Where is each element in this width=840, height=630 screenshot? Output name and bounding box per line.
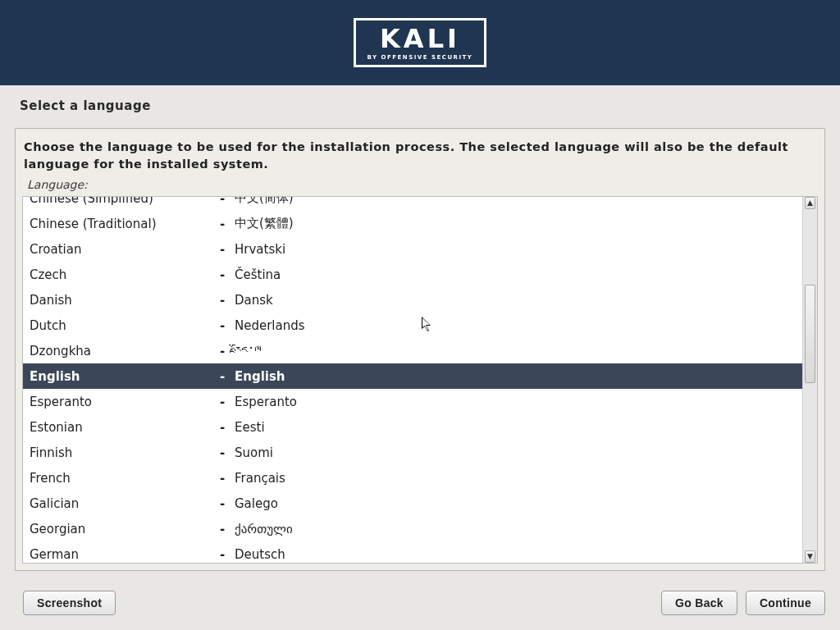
language-option[interactable]: Dutch-Nederlands — [23, 313, 802, 338]
language-native: Français — [235, 471, 796, 486]
brand-banner: KALI BY OFFENSIVE SECURITY — [0, 0, 840, 85]
separator-dash: - — [210, 293, 235, 308]
language-option[interactable]: Chinese (Traditional)-中文(繁體) — [23, 211, 802, 236]
language-name: Dzongkha — [30, 344, 210, 358]
separator-dash: - — [210, 547, 235, 562]
scroll-down-button[interactable]: ▼ — [805, 550, 815, 563]
continue-button[interactable]: Continue — [746, 591, 825, 615]
language-option[interactable]: Finnish-Suomi — [23, 440, 802, 465]
scrollbar[interactable]: ▲ ▼ — [802, 197, 817, 563]
page-title: Select a language — [0, 85, 840, 128]
language-option[interactable]: Esperanto-Esperanto — [23, 389, 802, 414]
language-native: 中文(简体) — [235, 197, 796, 206]
language-name: Czech — [30, 267, 210, 282]
separator-dash: - — [210, 522, 235, 536]
footer-bar: Screenshot Go Back Continue — [15, 591, 825, 615]
separator-dash: - — [210, 344, 235, 358]
language-name: English — [30, 369, 210, 384]
language-native: Galego — [235, 496, 796, 511]
scrollbar-track[interactable] — [805, 211, 815, 549]
language-name: Georgian — [30, 522, 210, 536]
language-native: Hrvatski — [235, 242, 796, 257]
language-option[interactable]: Croatian-Hrvatski — [23, 236, 802, 262]
brand-name: KALI — [368, 25, 473, 52]
separator-dash: - — [210, 197, 235, 206]
language-name: Chinese (Traditional) — [30, 217, 210, 231]
separator-dash: - — [210, 445, 235, 460]
scroll-up-button[interactable]: ▲ — [805, 197, 815, 209]
language-native: Eesti — [235, 420, 796, 435]
language-name: Croatian — [30, 242, 210, 257]
language-name: Estonian — [30, 420, 210, 435]
brand-logo: KALI BY OFFENSIVE SECURITY — [354, 18, 487, 66]
separator-dash: - — [210, 369, 235, 384]
main-panel: Choose the language to be used for the i… — [15, 128, 825, 571]
language-name: Esperanto — [30, 395, 210, 409]
language-option[interactable]: Georgian-ქართული — [23, 516, 802, 541]
language-option[interactable]: Danish-Dansk — [23, 287, 802, 313]
field-label-language: Language: — [16, 178, 824, 196]
language-option[interactable]: Dzongkha-རྫོང་ཁ — [23, 338, 802, 363]
language-name: Finnish — [30, 445, 210, 460]
language-name: Galician — [30, 496, 210, 511]
language-option[interactable]: Galician-Galego — [23, 491, 802, 516]
language-native: Suomi — [235, 445, 796, 460]
language-native: ქართული — [235, 522, 796, 536]
go-back-button[interactable]: Go Back — [661, 591, 737, 615]
separator-dash: - — [210, 318, 235, 333]
language-option[interactable]: German-Deutsch — [23, 541, 802, 563]
scrollbar-thumb[interactable] — [805, 285, 815, 383]
separator-dash: - — [210, 267, 235, 282]
language-name: Dutch — [30, 318, 210, 333]
language-native: 中文(繁體) — [235, 216, 796, 231]
language-listbox[interactable]: Chinese (Simplified)-中文(简体)Chinese (Trad… — [22, 196, 818, 564]
language-option[interactable]: Czech-Čeština — [23, 262, 802, 287]
language-name: Danish — [30, 293, 210, 308]
separator-dash: - — [210, 471, 235, 486]
language-native: རྫོང་ཁ — [235, 344, 796, 358]
language-native: Deutsch — [235, 547, 796, 562]
separator-dash: - — [210, 496, 235, 511]
language-native: Esperanto — [235, 395, 796, 409]
language-option[interactable]: French-Français — [23, 465, 802, 491]
language-option[interactable]: Chinese (Simplified)-中文(简体) — [23, 197, 802, 211]
screenshot-button[interactable]: Screenshot — [23, 591, 116, 615]
instructions-text: Choose the language to be used for the i… — [16, 129, 824, 178]
language-name: German — [30, 547, 210, 562]
language-native: Dansk — [235, 293, 796, 308]
separator-dash: - — [210, 242, 235, 257]
separator-dash: - — [210, 395, 235, 409]
language-name: Chinese (Simplified) — [30, 197, 210, 206]
language-name: French — [30, 471, 210, 486]
language-native: English — [235, 369, 796, 384]
language-option[interactable]: Estonian-Eesti — [23, 414, 802, 440]
language-native: Nederlands — [235, 318, 796, 333]
language-native: Čeština — [235, 267, 796, 282]
separator-dash: - — [210, 217, 235, 231]
separator-dash: - — [210, 420, 235, 435]
language-option[interactable]: English-English — [23, 363, 802, 389]
